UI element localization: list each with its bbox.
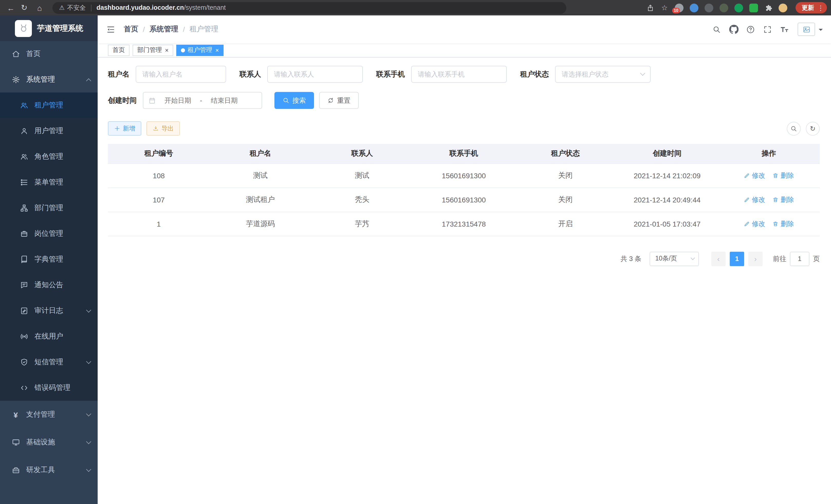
sidebar-item-notice[interactable]: 通知公告: [0, 272, 98, 298]
close-icon[interactable]: ×: [165, 47, 169, 53]
tenant-name-input[interactable]: [136, 66, 226, 83]
delete-link[interactable]: 删除: [772, 195, 794, 204]
user-avatar[interactable]: [798, 23, 815, 36]
back-button[interactable]: ←: [4, 1, 18, 14]
sidebar-item-online-user[interactable]: 在线用户: [0, 324, 98, 349]
extension-button-4[interactable]: [716, 3, 731, 12]
cell-phone: 17321315478: [413, 212, 515, 236]
sidebar-item-infra[interactable]: 基础设施: [0, 428, 98, 456]
next-page-button[interactable]: ›: [748, 251, 763, 266]
sidebar-item-post[interactable]: 岗位管理: [0, 221, 98, 246]
cell-created: 2021-12-14 20:49:44: [616, 187, 718, 212]
bookmark-star-button[interactable]: ☆: [657, 4, 672, 12]
sidebar-item-dev-tools[interactable]: 研发工具: [0, 456, 98, 484]
header-search-button[interactable]: [708, 25, 725, 34]
sidebar-item-payment[interactable]: ¥ 支付管理: [0, 401, 98, 428]
sidebar-toggle-button[interactable]: [106, 24, 116, 34]
share-button[interactable]: [643, 4, 657, 11]
sidebar-item-dept[interactable]: 部门管理: [0, 195, 98, 221]
fullscreen-button[interactable]: [759, 25, 776, 34]
page-unit-label: 页: [813, 254, 820, 263]
kebab-menu-icon[interactable]: ⋮: [816, 4, 825, 11]
breadcrumb-item-home[interactable]: 首页: [124, 25, 138, 34]
chevron-down-icon: [86, 411, 91, 416]
goto-page-input[interactable]: [790, 251, 809, 266]
sidebar-item-error-code[interactable]: 错误码管理: [0, 375, 98, 401]
post-badge-icon: [20, 230, 28, 238]
update-button[interactable]: 更新 ⋮: [796, 2, 827, 13]
app-logo: [15, 20, 32, 37]
cell-created: 2021-12-14 21:02:09: [616, 164, 718, 187]
edit-link[interactable]: 修改: [744, 219, 765, 228]
avatar-caret-icon[interactable]: [819, 29, 823, 33]
sidebar-item-sms[interactable]: 短信管理: [0, 349, 98, 375]
calendar-icon: [148, 97, 156, 104]
reload-button[interactable]: ↻: [18, 1, 31, 14]
sidebar-item-role[interactable]: 角色管理: [0, 144, 98, 170]
github-button[interactable]: [725, 25, 742, 34]
sidebar-item-home[interactable]: 首页: [0, 41, 98, 67]
cell-created: 2021-01-05 17:03:47: [616, 212, 718, 236]
filter-row-2: 创建时间 - 搜索: [108, 92, 820, 109]
phone-input[interactable]: [411, 66, 507, 83]
security-warning-chip[interactable]: ⚠ 不安全: [59, 3, 86, 12]
sidebar-item-dict[interactable]: 字典管理: [0, 246, 98, 272]
cell-status: 关闭: [515, 187, 617, 212]
tenant-table: 租户编号 租户名 联系人 联系手机 租户状态 创建时间 操作 108 测试: [108, 144, 820, 236]
prev-page-button[interactable]: ‹: [711, 251, 726, 266]
extensions-menu-button[interactable]: [761, 4, 775, 11]
sidebar-item-tenant[interactable]: 租户管理: [0, 92, 98, 118]
delete-link[interactable]: 删除: [772, 219, 794, 228]
date-end-input[interactable]: [203, 97, 246, 104]
tab-dept[interactable]: 部门管理 ×: [133, 45, 173, 56]
error-code-icon: [20, 384, 28, 392]
help-button[interactable]: [742, 25, 759, 34]
page-size-select[interactable]: 10条/页: [650, 251, 699, 266]
extension-button-2[interactable]: [687, 3, 701, 12]
edit-link[interactable]: 修改: [744, 171, 765, 180]
extension-button-1[interactable]: 10: [672, 3, 687, 12]
sidebar-item-user[interactable]: 用户管理: [0, 118, 98, 144]
dict-book-icon: [20, 255, 28, 264]
home-button[interactable]: ⌂: [33, 1, 46, 14]
extension-button-6[interactable]: [746, 3, 761, 12]
sidebar-item-audit-log[interactable]: 审计日志: [0, 298, 98, 324]
trash-icon: [772, 197, 779, 203]
sidebar-logo-row[interactable]: 芋道管理系统: [0, 16, 98, 41]
role-users-icon: [20, 153, 28, 161]
table-row: 108 测试 测试 15601691300 关闭 2021-12-14 21:0…: [108, 164, 820, 187]
export-button[interactable]: 导出: [146, 121, 180, 136]
add-button[interactable]: 新增: [108, 121, 141, 136]
edit-link[interactable]: 修改: [744, 195, 765, 204]
status-select[interactable]: 请选择租户状态: [555, 66, 651, 83]
font-size-button[interactable]: [776, 24, 793, 34]
reset-button[interactable]: 重置: [319, 92, 359, 109]
cell-name: 芋道源码: [210, 212, 311, 236]
tab-home[interactable]: 首页: [108, 45, 130, 56]
column-header-contact: 联系人: [311, 144, 413, 164]
tab-tenant[interactable]: 租户管理 ×: [176, 45, 224, 56]
hide-search-button[interactable]: [787, 121, 801, 136]
delete-link[interactable]: 删除: [772, 171, 794, 180]
sidebar-item-menu[interactable]: 菜单管理: [0, 170, 98, 195]
infra-monitor-icon: [11, 438, 20, 446]
page-number-1[interactable]: 1: [730, 251, 744, 266]
contact-input[interactable]: [267, 66, 363, 83]
edit-label: 修改: [752, 171, 765, 180]
sidebar-item-system[interactable]: 系统管理: [0, 67, 98, 92]
date-range-picker[interactable]: -: [143, 92, 262, 109]
extension-button-5[interactable]: [731, 3, 746, 12]
date-start-input[interactable]: [157, 97, 199, 104]
filter-phone: 联系手机: [376, 66, 507, 83]
browser-window: ← ↻ ⌂ ⚠ 不安全 dashboard.yudao.iocoder.cn/s…: [0, 0, 831, 504]
search-button[interactable]: 搜索: [275, 92, 314, 109]
search-button-label: 搜索: [292, 96, 306, 105]
extension-button-3[interactable]: [701, 3, 716, 12]
profile-avatar-button[interactable]: [775, 3, 791, 12]
breadcrumb-item-system[interactable]: 系统管理: [149, 25, 178, 34]
payment-yen-icon: ¥: [11, 411, 20, 418]
close-icon[interactable]: ×: [215, 47, 219, 53]
refresh-button[interactable]: ↻: [806, 121, 820, 136]
address-bar[interactable]: ⚠ 不安全 dashboard.yudao.iocoder.cn/system/…: [52, 2, 566, 13]
chevron-down-icon: [86, 439, 91, 444]
